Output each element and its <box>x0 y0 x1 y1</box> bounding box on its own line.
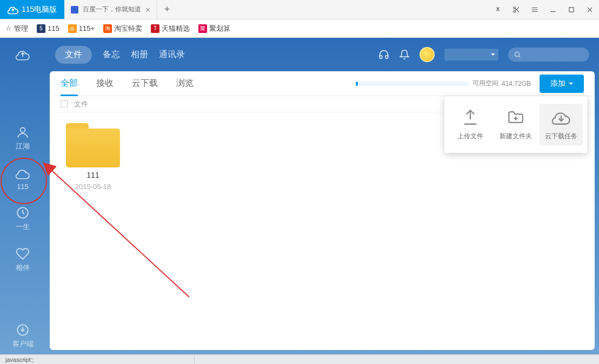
tab-receive[interactable]: 接收 <box>96 71 114 96</box>
search-input[interactable] <box>508 48 589 62</box>
tabs-right: 可用空间 414.72GB 添加 <box>356 75 584 93</box>
bookmark-taobao[interactable]: 淘淘宝特卖 <box>103 24 142 33</box>
svg-point-0 <box>514 6 516 9</box>
new-tab-button[interactable]: + <box>157 0 177 19</box>
add-button-label: 添加 <box>550 79 565 89</box>
sidebar-item-jianghu[interactable]: 江湖 <box>16 125 30 151</box>
svg-point-6 <box>515 52 519 56</box>
space-indicator: 可用空间 414.72GB <box>356 79 531 88</box>
cloud-download-icon <box>552 108 570 126</box>
bookmark-label: 管理 <box>14 24 28 33</box>
bookmark-icon: ◎ <box>68 24 77 33</box>
avatar[interactable] <box>420 47 435 62</box>
bookmark-label: 聚划算 <box>209 24 230 33</box>
minimize-button[interactable] <box>544 0 562 19</box>
top-nav-right <box>378 47 589 62</box>
upload-icon <box>461 108 480 126</box>
sidebar-label: 客户端 <box>12 339 34 349</box>
bookmark-juhuasuan[interactable]: 聚聚划算 <box>198 24 230 33</box>
sidebar-item-115[interactable]: 115 <box>16 166 30 191</box>
tab-all[interactable]: 全部 <box>61 71 78 96</box>
clock-icon <box>16 206 30 220</box>
select-all-checkbox[interactable] <box>61 100 68 107</box>
nav-album[interactable]: 相册 <box>131 49 148 60</box>
bookmark-icon: 淘 <box>103 24 112 33</box>
space-label: 可用空间 <box>472 79 498 88</box>
popover-cloud-task[interactable]: 云下载任务 <box>540 104 583 145</box>
sidebar-upload[interactable] <box>16 48 30 62</box>
app-tab[interactable]: 115电脑版 <box>0 0 64 19</box>
bookmark-label: 淘宝特卖 <box>114 24 142 33</box>
app-title: 115电脑版 <box>22 5 57 15</box>
bookmark-label: 天猫精选 <box>162 24 190 33</box>
folder-date: 2015-05-18 <box>75 183 111 191</box>
close-tab-icon[interactable]: × <box>145 5 150 14</box>
scissors-icon[interactable] <box>507 0 525 19</box>
folder-item[interactable]: 111 2015-05-18 <box>61 123 125 191</box>
cloud-icon <box>16 166 30 180</box>
main-area: 江湖 115 一生 相伴 客户端 文件 备忘 相册 通讯录 <box>0 38 599 354</box>
sidebar-item-client[interactable]: 客户端 <box>12 323 34 349</box>
add-button[interactable]: 添加 <box>540 75 584 93</box>
search-icon <box>514 51 521 58</box>
svg-point-1 <box>514 10 516 12</box>
bell-icon[interactable] <box>399 49 410 60</box>
column-file: 文件 <box>74 99 88 109</box>
folder-icon <box>66 123 120 167</box>
bookmark-115plus[interactable]: ◎115+ <box>68 24 95 33</box>
cloud-upload-icon <box>16 48 30 62</box>
cloud-icon <box>8 4 18 15</box>
file-panel: 全部 接收 云下载 浏览 可用空间 414.72GB 添加 文件 <box>50 71 595 350</box>
sidebar-label: 115 <box>17 183 29 191</box>
browser-tab-title: 百度一下，你就知道 <box>83 5 141 14</box>
close-button[interactable] <box>581 0 599 19</box>
file-tabs: 全部 接收 云下载 浏览 可用空间 414.72GB 添加 <box>50 71 595 96</box>
nav-file[interactable]: 文件 <box>55 46 92 64</box>
sidebar-label: 江湖 <box>16 141 30 151</box>
popover-label: 上传文件 <box>457 132 483 141</box>
space-value: 414.72GB <box>502 80 531 87</box>
sidebar: 江湖 115 一生 相伴 客户端 <box>0 38 45 354</box>
bookmark-label: 115 <box>48 24 59 32</box>
svg-rect-2 <box>569 7 574 11</box>
tool1-icon[interactable] <box>489 0 507 19</box>
bookmark-manage[interactable]: ☆管理 <box>5 24 28 33</box>
menu-icon[interactable] <box>525 0 544 19</box>
bookmark-bar: ☆管理 5115 ◎115+ 淘淘宝特卖 T天猫精选 聚聚划算 <box>0 19 599 38</box>
sidebar-label: 一生 <box>16 222 30 232</box>
nav-memo[interactable]: 备忘 <box>103 49 120 60</box>
sidebar-item-yisheng[interactable]: 一生 <box>16 206 30 232</box>
sidebar-label: 相伴 <box>16 263 30 273</box>
popover-upload[interactable]: 上传文件 <box>449 104 492 145</box>
tab-browse[interactable]: 浏览 <box>176 71 194 96</box>
star-icon: ☆ <box>5 24 12 32</box>
sidebar-item-xiangban[interactable]: 相伴 <box>16 247 30 273</box>
person-icon <box>16 125 30 139</box>
bookmark-icon: T <box>151 24 159 33</box>
new-folder-icon <box>507 108 525 126</box>
popover-label: 云下载任务 <box>545 132 577 141</box>
status-text: javascript:; <box>0 355 195 364</box>
top-nav: 文件 备忘 相册 通讯录 <box>50 43 595 66</box>
browser-tab[interactable]: 🐾 百度一下，你就知道 × <box>64 0 157 19</box>
maximize-button[interactable] <box>562 0 581 19</box>
popover-label: 新建文件夹 <box>500 132 532 141</box>
svg-point-3 <box>21 127 25 132</box>
popover-new-folder[interactable]: 新建文件夹 <box>494 104 537 145</box>
content: 文件 备忘 相册 通讯录 全部 接收 云下载 浏览 <box>45 38 599 354</box>
bookmark-label: 115+ <box>79 24 95 32</box>
headphones-icon[interactable] <box>378 49 389 60</box>
tab-cloud-download[interactable]: 云下载 <box>132 71 158 96</box>
user-dropdown[interactable] <box>444 49 498 60</box>
bookmark-115[interactable]: 5115 <box>37 24 59 33</box>
titlebar: 115电脑版 🐾 百度一下，你就知道 × + <box>0 0 599 19</box>
download-icon <box>16 323 30 337</box>
window-controls <box>489 0 599 19</box>
bookmark-icon: 聚 <box>198 24 207 33</box>
statusbar: javascript:; <box>0 354 599 364</box>
bookmark-icon: 5 <box>37 24 45 33</box>
nav-contacts[interactable]: 通讯录 <box>159 49 185 60</box>
folder-name: 111 <box>86 171 99 179</box>
bookmark-tmall[interactable]: T天猫精选 <box>151 24 190 33</box>
space-bar <box>356 82 469 86</box>
